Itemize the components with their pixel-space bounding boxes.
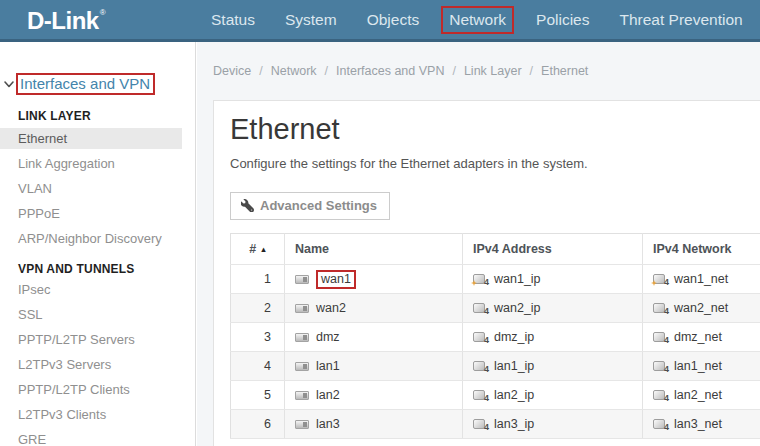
- table-row: 4 lan1 4lan1_ip 4lan1_net: [231, 352, 760, 381]
- sidebar-item-ipsec[interactable]: IPsec: [0, 279, 182, 300]
- nav-objects[interactable]: Objects: [359, 6, 428, 34]
- cell-name[interactable]: lan2: [285, 381, 463, 410]
- ipv4-address-icon: 4: [473, 361, 485, 371]
- ipv4-network-icon: 4: [653, 332, 665, 342]
- chevron-down-icon[interactable]: [2, 77, 16, 91]
- sidebar-item-gre[interactable]: GRE: [0, 429, 182, 446]
- table-row: 5 lan2 4lan2_ip 4lan2_net: [231, 381, 760, 410]
- advanced-settings-label: Advanced Settings: [260, 198, 377, 213]
- nav-status[interactable]: Status: [203, 6, 263, 34]
- sidebar-item-arp-neighbor-discovery[interactable]: ARP/Neighbor Discovery: [0, 228, 182, 249]
- nav-policies[interactable]: Policies: [528, 6, 597, 34]
- breadcrumb-ethernet[interactable]: Ethernet: [541, 64, 588, 78]
- ipv4-network-icon: 4: [653, 303, 665, 313]
- ethernet-adapter-icon: [295, 362, 309, 371]
- sidebar-item-l2tpv3-clients[interactable]: L2TPv3 Clients: [0, 404, 182, 425]
- sidebar-item-link-aggregation[interactable]: Link Aggregation: [0, 153, 182, 174]
- breadcrumb-network[interactable]: Network: [271, 64, 317, 78]
- nav-threat-prevention[interactable]: Threat Prevention: [611, 6, 750, 34]
- ipv4-network-icon: 4: [653, 274, 665, 284]
- sidebar-section-link-layer: LINK LAYER: [0, 109, 195, 123]
- column-header-ipv4-network[interactable]: IPv4 Network: [643, 234, 760, 265]
- ethernet-table: #▴ Name IPv4 Address IPv4 Network 1 wan1…: [230, 233, 760, 439]
- cell-number: 1: [231, 265, 285, 294]
- ethernet-adapter-icon: [295, 420, 309, 429]
- cell-ipv4-address[interactable]: 4lan2_ip: [463, 381, 643, 410]
- sidebar-item-pptp-l2tp-clients[interactable]: PPTP/L2TP Clients: [0, 379, 182, 400]
- ipv4-address-icon: 4: [473, 390, 485, 400]
- cell-number: 5: [231, 381, 285, 410]
- top-navbar: D-Link® Status System Objects Network Po…: [0, 0, 760, 42]
- ipv4-address-icon: 4: [473, 332, 485, 342]
- cell-ipv4-address[interactable]: 4lan3_ip: [463, 410, 643, 439]
- breadcrumb: Device/Network/Interfaces and VPN/Link L…: [213, 64, 588, 78]
- table-row: 2 wan2 4wan2_ip 4wan2_net: [231, 294, 760, 323]
- cell-name[interactable]: wan1: [285, 265, 463, 294]
- advanced-settings-button[interactable]: Advanced Settings: [230, 192, 390, 220]
- cell-number: 2: [231, 294, 285, 323]
- table-row: 3 dmz 4dmz_ip 4dmz_net: [231, 323, 760, 352]
- sidebar: Interfaces and VPN LINK LAYER Ethernet L…: [0, 42, 196, 446]
- ipv4-network-icon: 4: [653, 390, 665, 400]
- sidebar-item-pppoe[interactable]: PPPoE: [0, 203, 182, 224]
- annotated-cell-wan1[interactable]: wan1: [316, 270, 356, 289]
- column-header-ipv4-address[interactable]: IPv4 Address: [463, 234, 643, 265]
- cell-ipv4-address[interactable]: 4wan2_ip: [463, 294, 643, 323]
- sort-asc-icon: ▴: [261, 244, 266, 254]
- cell-ipv4-network[interactable]: 4wan1_net: [643, 265, 760, 294]
- main-nav: Status System Objects Network Policies T…: [203, 0, 751, 39]
- page-description: Configure the settings for the Ethernet …: [230, 156, 760, 171]
- cell-ipv4-network[interactable]: 4wan2_net: [643, 294, 760, 323]
- ethernet-adapter-icon: [295, 391, 309, 400]
- column-header-number[interactable]: #▴: [231, 234, 285, 265]
- content-area: Device/Network/Interfaces and VPN/Link L…: [197, 42, 760, 446]
- ipv4-network-icon: 4: [653, 419, 665, 429]
- sidebar-item-ssl[interactable]: SSL: [0, 304, 182, 325]
- table-row: 1 wan1 4wan1_ip 4wan1_net: [231, 265, 760, 294]
- ipv4-address-icon: 4: [473, 419, 485, 429]
- column-header-name[interactable]: Name: [285, 234, 463, 265]
- cell-ipv4-network[interactable]: 4lan3_net: [643, 410, 760, 439]
- ethernet-adapter-icon: [295, 333, 309, 342]
- page-card: Ethernet Configure the settings for the …: [213, 100, 760, 446]
- table-header-row: #▴ Name IPv4 Address IPv4 Network: [231, 234, 760, 265]
- breadcrumb-separator: /: [452, 64, 455, 78]
- ipv4-address-icon: 4: [473, 274, 485, 284]
- breadcrumb-separator: /: [325, 64, 328, 78]
- page-title: Ethernet: [230, 113, 760, 146]
- cell-ipv4-address[interactable]: 4dmz_ip: [463, 323, 643, 352]
- sidebar-item-ethernet[interactable]: Ethernet: [0, 128, 182, 149]
- nav-system[interactable]: System: [277, 6, 345, 34]
- cell-ipv4-network[interactable]: 4dmz_net: [643, 323, 760, 352]
- cell-name[interactable]: dmz: [285, 323, 463, 352]
- breadcrumb-device[interactable]: Device: [213, 64, 251, 78]
- cell-name[interactable]: lan1: [285, 352, 463, 381]
- cell-ipv4-network[interactable]: 4lan1_net: [643, 352, 760, 381]
- sidebar-item-vlan[interactable]: VLAN: [0, 178, 182, 199]
- sidebar-section-vpn-and-tunnels: VPN AND TUNNELS: [0, 262, 195, 276]
- cell-number: 4: [231, 352, 285, 381]
- cell-name[interactable]: wan2: [285, 294, 463, 323]
- breadcrumb-interfaces-and-vpn[interactable]: Interfaces and VPN: [336, 64, 444, 78]
- sidebar-item-pptp-l2tp-servers[interactable]: PPTP/L2TP Servers: [0, 329, 182, 350]
- cell-name[interactable]: lan3: [285, 410, 463, 439]
- cell-ipv4-address[interactable]: 4wan1_ip: [463, 265, 643, 294]
- logo-text: D-Link: [27, 7, 99, 34]
- ipv4-network-icon: 4: [653, 361, 665, 371]
- breadcrumb-separator: /: [259, 64, 262, 78]
- sidebar-title-interfaces-and-vpn[interactable]: Interfaces and VPN: [16, 73, 155, 95]
- breadcrumb-separator: /: [530, 64, 533, 78]
- sidebar-title-row: Interfaces and VPN: [0, 73, 195, 95]
- wrench-icon: [241, 199, 254, 212]
- ethernet-adapter-icon: [295, 275, 309, 284]
- table-row: 6 lan3 4lan3_ip 4lan3_net: [231, 410, 760, 439]
- cell-number: 6: [231, 410, 285, 439]
- nav-network[interactable]: Network: [441, 6, 514, 34]
- breadcrumb-link-layer[interactable]: Link Layer: [464, 64, 522, 78]
- cell-ipv4-network[interactable]: 4lan2_net: [643, 381, 760, 410]
- sidebar-item-l2tpv3-servers[interactable]: L2TPv3 Servers: [0, 354, 182, 375]
- dlink-logo[interactable]: D-Link®: [27, 7, 105, 35]
- cell-ipv4-address[interactable]: 4lan1_ip: [463, 352, 643, 381]
- cell-number: 3: [231, 323, 285, 352]
- registered-mark: ®: [100, 8, 105, 17]
